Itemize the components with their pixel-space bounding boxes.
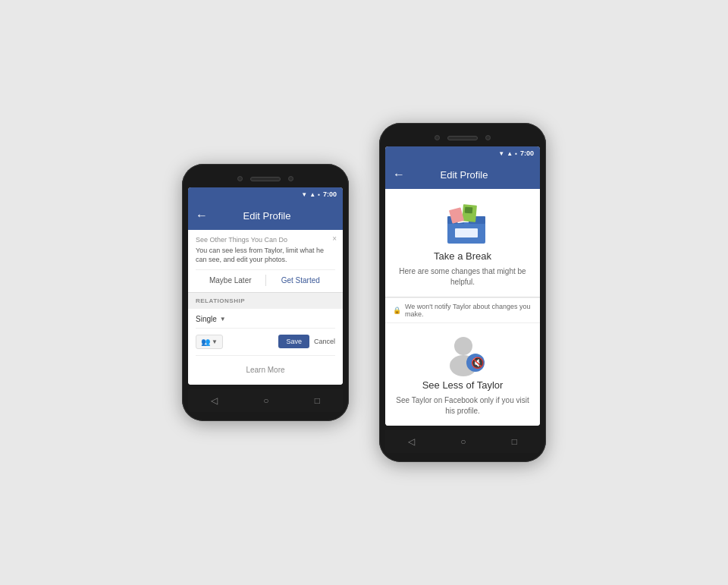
status-bar-left: ▼ ▲ ▪ 7:00 bbox=[188, 187, 343, 201]
signal-icon: ▲ bbox=[309, 191, 315, 198]
see-less-section: 🔇 See Less of Taylor See Taylor on Faceb… bbox=[385, 323, 540, 426]
people-icon-button[interactable]: 👥 ▼ bbox=[196, 335, 223, 349]
battery-icon: ▪ bbox=[318, 191, 320, 198]
wifi-icon: ▼ bbox=[301, 191, 307, 198]
screen-right: ▼ ▲ ▪ 7:00 ← Edit Profile bbox=[385, 146, 540, 426]
people-icon: 👥 bbox=[201, 338, 210, 346]
svg-point-8 bbox=[454, 337, 472, 355]
svg-rect-7 bbox=[465, 207, 473, 214]
status-label: Single bbox=[196, 315, 217, 323]
box-icon bbox=[440, 201, 493, 247]
svg-rect-3 bbox=[455, 228, 478, 237]
right-phone: ▼ ▲ ▪ 7:00 ← Edit Profile bbox=[379, 123, 546, 462]
speaker-right bbox=[447, 136, 478, 140]
app-bar-left: ← Edit Profile bbox=[188, 201, 343, 230]
nav-square-right[interactable]: □ bbox=[512, 436, 517, 447]
break-desc: Here are some changes that might be help… bbox=[394, 266, 531, 288]
svg-text:🔇: 🔇 bbox=[471, 357, 485, 370]
battery-icon-right: ▪ bbox=[515, 150, 517, 157]
screen-left: ▼ ▲ ▪ 7:00 ← Edit Profile × See Other Th… bbox=[188, 187, 343, 384]
nav-home-left[interactable]: ○ bbox=[263, 395, 268, 406]
status-icons-right: ▼ ▲ ▪ bbox=[498, 150, 517, 157]
camera2-left bbox=[288, 176, 293, 181]
learn-more-text[interactable]: Learn More bbox=[246, 366, 284, 374]
phone-top-right bbox=[385, 132, 540, 146]
see-less-title: See Less of Taylor bbox=[422, 379, 504, 391]
bottom-nav-left: ◁ ○ □ bbox=[188, 389, 343, 412]
privacy-note: 🔒 We won't notify Taylor about changes y… bbox=[385, 297, 540, 323]
nav-back-left[interactable]: ◁ bbox=[211, 395, 218, 406]
time-right: 7:00 bbox=[520, 149, 534, 157]
left-phone: ▼ ▲ ▪ 7:00 ← Edit Profile × See Other Th… bbox=[182, 164, 349, 420]
see-less-icon: 🔇 bbox=[444, 334, 489, 378]
get-started-button[interactable]: Get Started bbox=[266, 275, 336, 286]
nav-square-left[interactable]: □ bbox=[315, 395, 320, 406]
save-button[interactable]: Save bbox=[278, 335, 309, 348]
box-icon-wrapper bbox=[440, 201, 485, 243]
camera2-right bbox=[485, 135, 491, 140]
back-button-left[interactable]: ← bbox=[196, 209, 208, 222]
status-icons-left: ▼ ▲ ▪ bbox=[301, 191, 320, 198]
camera-left bbox=[237, 176, 243, 181]
see-less-icon-wrapper: 🔇 bbox=[444, 334, 482, 372]
notification-title: See Other Things You Can Do bbox=[196, 236, 335, 244]
cancel-button[interactable]: Cancel bbox=[314, 338, 335, 345]
time-left: 7:00 bbox=[323, 190, 337, 198]
break-title: Take a Break bbox=[434, 250, 491, 262]
status-bar-right: ▼ ▲ ▪ 7:00 bbox=[385, 146, 540, 160]
notification-banner: × See Other Things You Can Do You can se… bbox=[188, 230, 343, 292]
relationship-content: Single ▼ 👥 ▼ Save Cancel Learn More bbox=[188, 309, 343, 385]
take-break-section: Take a Break Here are some changes that … bbox=[385, 189, 540, 297]
save-row: 👥 ▼ Save Cancel bbox=[196, 335, 335, 349]
wifi-icon-right: ▼ bbox=[498, 150, 504, 157]
lock-icon: 🔒 bbox=[393, 307, 401, 314]
app-bar-title-right: Edit Profile bbox=[411, 169, 517, 181]
nav-back-right[interactable]: ◁ bbox=[408, 436, 415, 447]
camera-right bbox=[435, 135, 440, 140]
bottom-nav-right: ◁ ○ □ bbox=[385, 430, 540, 453]
phone-top-left bbox=[188, 173, 343, 187]
learn-more-row: Learn More bbox=[196, 355, 335, 379]
notification-text: You can see less from Taylor, limit what… bbox=[196, 247, 335, 264]
close-icon[interactable]: × bbox=[332, 234, 337, 243]
see-less-desc: See Taylor on Facebook only if you visit… bbox=[394, 395, 531, 417]
maybe-later-button[interactable]: Maybe Later bbox=[196, 275, 265, 286]
back-button-right[interactable]: ← bbox=[393, 168, 405, 181]
nav-home-right[interactable]: ○ bbox=[460, 436, 466, 447]
notification-actions: Maybe Later Get Started bbox=[196, 269, 335, 286]
signal-icon-right: ▲ bbox=[507, 150, 513, 157]
privacy-text: We won't notify Taylor about changes you… bbox=[405, 303, 532, 318]
dropdown-arrow-icon[interactable]: ▼ bbox=[220, 316, 226, 322]
speaker-left bbox=[250, 177, 281, 181]
relationship-section-header: RELATIONSHIP bbox=[188, 293, 343, 309]
app-bar-right: ← Edit Profile bbox=[385, 160, 540, 189]
people-dropdown-icon: ▼ bbox=[212, 338, 218, 345]
app-bar-title-left: Edit Profile bbox=[214, 210, 320, 222]
status-row: Single ▼ bbox=[196, 315, 335, 329]
